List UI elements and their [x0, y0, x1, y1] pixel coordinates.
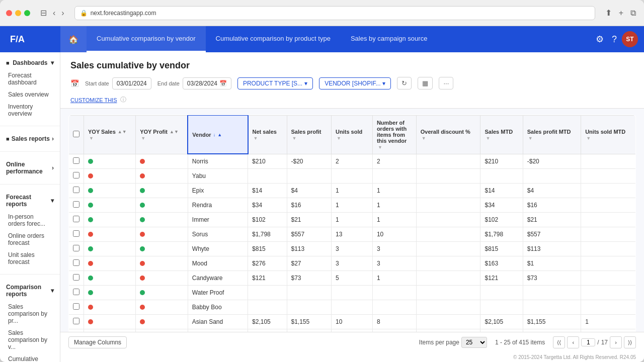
more-options-btn[interactable]: ··· — [439, 77, 453, 89]
row-checkbox[interactable] — [73, 157, 79, 164]
row-checkbox[interactable] — [73, 201, 79, 208]
sidebar-heading-sales-reports[interactable]: ■ Sales reports › — [0, 132, 60, 145]
th-units-mtd[interactable]: Units sold MTD ▼ — [581, 115, 636, 154]
row-checkbox[interactable] — [73, 289, 79, 295]
row-vendor: Water Proof — [188, 285, 248, 300]
manage-columns-btn[interactable]: Manage Columns — [68, 336, 127, 348]
th-units-sold[interactable]: Units sold ▼ — [332, 115, 373, 154]
row-units-sold — [332, 285, 373, 300]
sidebar-heading-forecast-reports[interactable]: Forecast reports ▾ — [0, 191, 60, 211]
share-btn[interactable]: ⬆ — [603, 7, 614, 19]
start-date-input[interactable]: 03/01/2024 — [112, 77, 151, 89]
sidebar-item-forecast-dashboard[interactable]: Forecast dashboard — [0, 69, 60, 88]
th-discount-label: Overall discount % — [421, 129, 470, 135]
product-type-filter-btn[interactable]: PRODUCT TYPE [S... ▾ — [237, 77, 313, 89]
row-yoy-sales — [84, 198, 136, 212]
row-yoy-sales — [84, 314, 136, 329]
row-checkbox[interactable] — [73, 216, 79, 222]
row-sales-mtd — [480, 168, 523, 183]
row-checkbox[interactable] — [73, 259, 79, 266]
th-net-sales[interactable]: Net sales ▼ — [248, 115, 287, 154]
sidebar-item-sales-overview[interactable]: Sales overview — [0, 88, 60, 101]
filter-icon-discount: ▼ — [422, 136, 426, 141]
maximize-button[interactable] — [24, 10, 30, 16]
last-page-btn[interactable]: ⟩⟩ — [624, 336, 636, 348]
th-sales-mtd[interactable]: Sales MTD ▼ — [480, 115, 523, 154]
sidebar-item-inperson-forecast[interactable]: In-person orders forec... — [0, 211, 60, 230]
sidebar-heading-comparison[interactable]: Comparison reports ▾ — [0, 281, 60, 301]
row-units-mtd — [581, 212, 636, 227]
sidebar-item-unit-forecast[interactable]: Unit sales forecast — [0, 249, 60, 268]
row-checkbox[interactable] — [73, 230, 79, 237]
settings-icon[interactable]: ⚙ — [593, 31, 607, 48]
row-profit-mtd: -$20 — [523, 154, 581, 168]
first-page-btn[interactable]: ⟨⟨ — [553, 336, 565, 348]
sidebar-item-online-forecast[interactable]: Online orders forecast — [0, 230, 60, 249]
nav-tab-campaign[interactable]: Sales by campaign source — [341, 26, 437, 52]
row-checkbox[interactable] — [73, 274, 79, 281]
yoy-profit-dot — [140, 246, 145, 251]
page-input[interactable] — [581, 338, 595, 346]
row-discount — [416, 314, 480, 329]
filter-icon-yoy-sales: ▼ — [89, 136, 94, 141]
th-vendor[interactable]: Vendor ↓ ▲ — [188, 115, 248, 154]
row-net-sales: $34 — [248, 198, 287, 212]
sidebar-section-comparison: Comparison reports ▾ Sales comparison by… — [0, 277, 60, 362]
th-yoy-sales[interactable]: YOY Sales ▲▼ ▼ — [84, 115, 136, 154]
refresh-btn[interactable]: ↻ — [397, 77, 412, 89]
chevron-down-icon: ▾ — [51, 59, 54, 66]
row-vendor: Yabu — [188, 168, 248, 183]
row-checkbox[interactable] — [73, 303, 79, 310]
customize-link[interactable]: CUSTOMIZE THIS — [70, 97, 117, 103]
row-checkbox[interactable] — [73, 245, 79, 251]
sidebar-item-sales-comparison-v[interactable]: Sales comparison by v... — [0, 327, 60, 353]
row-checkbox[interactable] — [73, 187, 79, 193]
more-btn[interactable]: ⧉ — [628, 7, 638, 19]
sidebar-heading-online-perf[interactable]: Online performance › — [0, 158, 60, 178]
close-button[interactable] — [6, 10, 12, 16]
sidebar-item-sales-comparison-pr[interactable]: Sales comparison by pr... — [0, 301, 60, 327]
select-all-checkbox[interactable] — [73, 131, 79, 137]
next-page-btn[interactable]: › — [610, 336, 622, 348]
grid-view-btn[interactable]: ▦ — [418, 77, 433, 89]
row-yoy-sales — [84, 241, 136, 256]
row-checkbox-cell — [69, 212, 84, 227]
sales-reports-label: Sales reports — [12, 135, 50, 142]
row-units-sold: 1 — [332, 183, 373, 198]
yoy-profit-dot — [140, 290, 145, 295]
th-orders[interactable]: Number of orders with items from this ve… — [372, 115, 416, 154]
prev-page-btn[interactable]: ‹ — [567, 336, 579, 348]
sidebar-item-inventory-overview[interactable]: Inventory overview — [0, 101, 60, 120]
nav-tab-product-type[interactable]: Cumulative comparison by product type — [206, 26, 341, 52]
table-row: Rendra $34 $16 1 1 $34 $16 — [69, 198, 636, 212]
home-nav-btn[interactable]: 🏠 — [60, 26, 87, 52]
per-page-select[interactable]: 25 50 100 — [461, 337, 487, 348]
row-sales-profit: $21 — [287, 212, 332, 227]
th-yoy-profit[interactable]: YOY Profit ▲▼ ▼ — [136, 115, 188, 154]
sort-dir-icon-vendor: ▲ — [217, 132, 222, 137]
sidebar-toggle-btn[interactable]: ⊟ — [38, 7, 49, 19]
row-checkbox-cell — [69, 300, 84, 314]
sidebar-item-cumulative-1[interactable]: Cumulative comparison... — [0, 353, 60, 362]
row-checkbox[interactable] — [73, 172, 79, 178]
address-bar[interactable]: 🔒 next.forecastingapp.com — [74, 6, 595, 20]
row-yoy-sales — [84, 256, 136, 270]
row-units-mtd — [581, 270, 636, 285]
th-discount[interactable]: Overall discount % ▼ — [416, 115, 480, 154]
sales-reports-icon: ■ — [6, 136, 10, 142]
yoy-profit-dot — [140, 203, 145, 208]
help-icon[interactable]: ? — [609, 31, 620, 48]
sidebar-heading-dashboards[interactable]: ■ Dashboards ▾ — [0, 56, 60, 69]
th-profit-mtd[interactable]: Sales profit MTD ▼ — [523, 115, 581, 154]
nav-tab-vendor[interactable]: Cumulative comparison by vendor — [87, 26, 206, 52]
back-btn[interactable]: ‹ — [51, 7, 57, 19]
new-tab-btn[interactable]: + — [617, 7, 625, 19]
th-sales-profit[interactable]: Sales profit ▼ — [287, 115, 332, 154]
th-select-all[interactable] — [69, 115, 84, 154]
end-date-input[interactable]: 03/28/2024 📅 — [183, 77, 231, 89]
minimize-button[interactable] — [15, 10, 21, 16]
forward-btn[interactable]: › — [59, 7, 66, 19]
row-checkbox[interactable] — [73, 318, 79, 324]
vendor-filter-btn[interactable]: VENDOR [SHOPIF... ▾ — [319, 77, 391, 89]
avatar[interactable]: ST — [622, 31, 638, 47]
